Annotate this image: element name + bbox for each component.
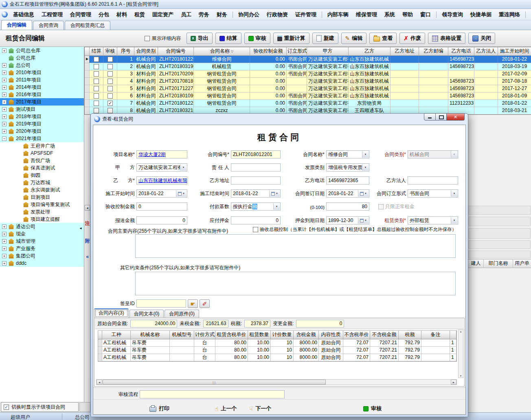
menu-item[interactable]: 快捷单据 <box>467 10 495 19</box>
filter-icon[interactable]: ▽ <box>231 50 233 53</box>
tree-item[interactable]: +2016年项目 <box>0 91 84 98</box>
tree-expand-toggle[interactable]: + <box>2 246 7 251</box>
menu-item[interactable]: 证件管理 <box>292 10 320 19</box>
minimize-button[interactable] <box>424 113 436 121</box>
row-checkbox[interactable] <box>108 57 113 62</box>
table-row[interactable]: A工程机械吊车费台80.0010.00108000.00原始合同72.07720… <box>98 339 456 347</box>
column-header[interactable]: 乙方地址 <box>391 47 419 55</box>
chevron-down-icon[interactable]: ▼ <box>451 190 457 197</box>
menu-item[interactable]: 合同管理 <box>66 10 95 19</box>
tree-item[interactable]: +2018年项目 <box>0 113 84 120</box>
party-b-legal-field[interactable] <box>408 176 458 185</box>
collapse-chevron-icon[interactable]: « <box>85 254 90 259</box>
vertical-tab-note[interactable]: 注 <box>85 220 90 227</box>
menu-item[interactable]: 工程管理 <box>38 10 66 19</box>
tab-lessor-summary[interactable]: 合同租赁商汇总 <box>65 21 110 30</box>
table-row[interactable]: A工程机械吊车费台80.0010.00108000.00原始合同72.07720… <box>98 347 456 354</box>
column-header[interactable]: 内容性质 <box>319 331 343 339</box>
column-header[interactable]: 乙方 <box>349 47 391 55</box>
tree-item[interactable]: +公司总仓库 <box>0 47 84 54</box>
toolbar-button-view[interactable]: 查看 <box>369 33 397 44</box>
show-child-projects-option[interactable]: 切换时显示子级项目合同 <box>1 402 79 412</box>
tree-item[interactable]: 项目建立提醒 <box>0 215 84 223</box>
tree-expand-toggle[interactable]: + <box>2 254 7 258</box>
column-header[interactable]: 乙方法人 <box>474 47 498 55</box>
toolbar-button-audit[interactable]: 审核 <box>244 33 270 44</box>
chevron-down-icon[interactable]: ▼ <box>362 164 369 171</box>
row-checkbox[interactable] <box>108 86 113 91</box>
invoice-type-select[interactable]: 增值税专用发票|11▼ <box>326 163 369 172</box>
form-type-select[interactable]: 书面合同▼ <box>408 189 458 198</box>
menu-item[interactable]: 劳务 <box>195 10 213 19</box>
tree-expand-toggle[interactable]: + <box>2 63 7 68</box>
menu-item[interactable]: 协同办公 <box>235 10 263 19</box>
scroll-left-icon[interactable]: ◄ <box>97 380 102 385</box>
row-checkbox[interactable] <box>94 108 99 113</box>
deposit-field[interactable]: 0 <box>231 216 281 224</box>
party-b-field[interactable]: 山东百脉建筑机械有限 <box>136 176 187 185</box>
vertical-scrollbar[interactable] <box>458 330 463 378</box>
tree-item[interactable]: +测试项目 <box>0 106 84 113</box>
menu-item[interactable]: 分包 <box>95 10 113 19</box>
maximize-button[interactable] <box>436 113 447 121</box>
column-header[interactable]: 施工开始时间 <box>498 47 531 55</box>
table-row[interactable]: 4材料合同ZLHT2017081801钢管租赁合同0.00万达建筑安装工程有山东… <box>85 78 531 85</box>
pay-limit-field[interactable]: 80 <box>326 202 369 211</box>
tree-item[interactable]: +2011年项目 <box>0 76 84 84</box>
tab-contract-query[interactable]: 合同查询 <box>33 21 64 30</box>
menu-item[interactable]: 租赁 <box>131 10 149 19</box>
tree-item[interactable]: 御园 <box>0 172 84 179</box>
scroll-right-icon[interactable]: ► <box>451 380 456 385</box>
tree-item[interactable]: +2020年项目 <box>0 128 84 135</box>
column-header[interactable]: 租赁数量 <box>248 331 271 339</box>
row-checkbox[interactable] <box>94 79 99 84</box>
menu-item[interactable]: 维保管理 <box>352 10 381 19</box>
menu-item[interactable]: 财务 <box>213 10 231 19</box>
deposit-due-field[interactable]: 1899-12-30▼ <box>326 216 369 224</box>
splitter-collapse-icon[interactable]: ◄ <box>79 226 82 230</box>
tree-item[interactable]: +2010年项目 <box>0 69 84 76</box>
tab-contract-original[interactable]: 合同原件(0) <box>165 310 199 318</box>
column-header[interactable]: 结算 <box>90 47 103 55</box>
tree-item[interactable]: 项目编号重复测试 <box>0 201 84 208</box>
tab-contract-text[interactable]: 合同文本(0) <box>129 310 164 318</box>
column-header[interactable]: 审核 <box>103 47 117 55</box>
column-header[interactable]: 备注 <box>421 331 450 339</box>
tab-contract-content[interactable]: 合同内容(3) <box>94 308 129 318</box>
tree-item[interactable]: 发票处理 <box>0 208 84 215</box>
sign-id-field[interactable] <box>136 299 186 308</box>
table-row[interactable]: 5材料合同ZLHT2017122701钢管租赁合同0.00万达建筑安装工程有山东… <box>85 85 531 92</box>
tab-contract-edit[interactable]: 合同编辑 <box>1 20 32 30</box>
column-header[interactable]: 合同编号 <box>158 47 194 55</box>
column-header[interactable]: 租赁含税单价 <box>215 331 248 339</box>
row-checkbox[interactable] <box>94 64 99 69</box>
show-child-projects-checkbox[interactable] <box>4 405 9 410</box>
toolbar-button-new[interactable]: 新建 <box>312 33 338 44</box>
calendar-icon[interactable]: ▼ <box>269 190 280 197</box>
row-checkbox[interactable] <box>108 79 113 84</box>
row-checkbox[interactable] <box>108 71 113 77</box>
column-header[interactable]: 含税金额 <box>294 331 319 339</box>
chevron-down-icon[interactable]: ▼ <box>273 203 280 210</box>
row-checkbox[interactable] <box>94 86 99 91</box>
row-checkbox[interactable] <box>108 64 113 69</box>
column-header[interactable]: 税额 <box>399 331 421 339</box>
column-header[interactable]: 甲方 <box>307 47 349 55</box>
tree-expand-toggle[interactable]: + <box>2 92 7 97</box>
tree-item[interactable]: +2017年项目 <box>0 98 84 106</box>
tree-expand-toggle[interactable]: − <box>2 136 7 141</box>
column-header[interactable]: 订立形式 <box>287 47 307 55</box>
tree-item[interactable]: 王府井广场 <box>0 142 84 150</box>
tree-expand-toggle[interactable]: + <box>2 48 7 53</box>
tree-item[interactable]: 永实调拨测试 <box>0 186 84 194</box>
toolbar-button-excel[interactable]: X导出 <box>187 33 213 44</box>
column-header[interactable] <box>450 331 456 339</box>
tree-item[interactable]: +dddc <box>0 259 84 267</box>
tree-item[interactable]: −2021年项目 <box>0 135 84 142</box>
tree-expand-toggle[interactable]: + <box>2 78 7 82</box>
tree-expand-toggle[interactable]: + <box>2 85 7 90</box>
row-checkbox[interactable] <box>108 93 113 99</box>
tree-expand-toggle[interactable]: + <box>2 232 7 236</box>
table-row[interactable]: 2机械合同ZLHT2018031901机械租赁0.00书面合同万达建筑安装工程有… <box>85 63 531 70</box>
row-checkbox[interactable] <box>94 57 99 62</box>
